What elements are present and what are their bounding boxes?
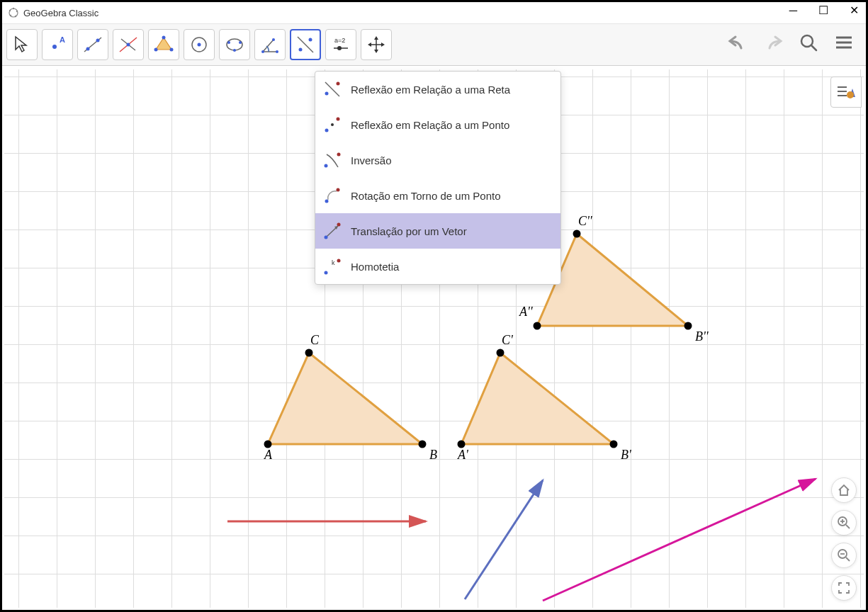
menu-item-label: Reflexão em Relação a um Ponto: [351, 119, 509, 131]
svg-line-45: [543, 479, 816, 601]
svg-point-23: [233, 49, 236, 52]
svg-point-1: [13, 8, 14, 9]
point-label: C: [310, 333, 319, 348]
invert-icon: [322, 150, 342, 170]
svg-point-47: [419, 441, 427, 448]
main-toolbar: A a=2: [2, 23, 866, 66]
transform-dropdown: Reflexão em Relação a uma Reta Reflexão …: [315, 71, 561, 285]
svg-text:a=2: a=2: [334, 37, 345, 44]
svg-point-17: [154, 48, 158, 52]
svg-point-5: [9, 10, 11, 11]
rotate-icon: [322, 186, 342, 205]
redo-button[interactable]: [761, 30, 785, 55]
point-label: B: [429, 448, 437, 463]
svg-point-54: [573, 230, 581, 238]
svg-point-25: [276, 50, 278, 53]
svg-marker-41: [461, 353, 614, 444]
menu-item-label: Translação por um Vetor: [351, 225, 467, 237]
svg-point-66: [325, 236, 328, 239]
menu-item-label: Inversão: [351, 154, 392, 166]
svg-point-48: [305, 349, 313, 357]
svg-point-21: [227, 41, 230, 44]
svg-point-53: [684, 322, 692, 330]
titlebar: GeoGebra Classic ─ ☐ ✕: [2, 2, 866, 23]
minimize-button[interactable]: ─: [789, 4, 797, 17]
menu-item-label: Rotação em Torno de um Ponto: [351, 190, 501, 202]
search-button[interactable]: [796, 30, 821, 55]
svg-line-36: [811, 45, 816, 50]
svg-text:k: k: [332, 259, 335, 266]
svg-point-64: [337, 188, 340, 192]
svg-point-68: [325, 271, 328, 275]
maximize-button[interactable]: ☐: [818, 4, 828, 17]
svg-point-52: [534, 322, 541, 330]
tool-point[interactable]: A: [42, 29, 73, 60]
svg-point-75: [847, 91, 854, 98]
svg-marker-14: [156, 38, 171, 50]
tool-perpendicular[interactable]: [113, 29, 144, 60]
graphics-view[interactable]: ABCA'B'C'A''B''C'' Reflexão em Relação a…: [4, 69, 864, 608]
svg-point-2: [16, 11, 18, 12]
svg-point-63: [325, 200, 329, 203]
svg-point-6: [52, 45, 57, 49]
svg-point-67: [337, 223, 341, 227]
dilate-icon: k: [322, 256, 342, 276]
svg-point-3: [15, 16, 16, 17]
svg-point-4: [10, 15, 11, 16]
svg-point-50: [610, 441, 618, 448]
menu-button[interactable]: [832, 30, 856, 55]
svg-line-77: [846, 525, 850, 528]
svg-point-56: [325, 92, 329, 96]
svg-point-49: [458, 441, 466, 448]
menu-invert[interactable]: Inversão: [315, 142, 560, 178]
menu-reflect-line[interactable]: Reflexão em Relação a uma Reta: [315, 72, 560, 107]
tool-transform[interactable]: [290, 29, 321, 60]
tool-line[interactable]: [77, 29, 108, 60]
zoom-in-button[interactable]: [831, 510, 857, 536]
svg-point-22: [239, 41, 242, 44]
tool-ellipse[interactable]: [219, 29, 250, 60]
close-button[interactable]: ✕: [850, 4, 859, 17]
tool-polygon[interactable]: [148, 29, 179, 60]
menu-rotate[interactable]: Rotação em Torno de um Ponto: [315, 178, 560, 213]
tool-move-view[interactable]: [361, 29, 392, 60]
undo-button[interactable]: [726, 30, 750, 55]
svg-point-13: [127, 43, 130, 47]
menu-item-label: Homotetia: [351, 261, 399, 273]
reflect-line-icon: [322, 79, 342, 99]
svg-point-46: [264, 441, 272, 448]
svg-point-10: [96, 39, 100, 42]
svg-point-28: [299, 48, 303, 52]
tool-move[interactable]: [6, 29, 38, 60]
translate-icon: [322, 221, 342, 241]
tool-slider[interactable]: a=2: [325, 29, 356, 60]
point-label: C': [502, 333, 513, 348]
menu-translate-vector[interactable]: Translação por um Vetor: [315, 213, 560, 249]
point-label: A'': [519, 305, 533, 319]
svg-point-29: [309, 38, 312, 42]
svg-point-24: [261, 50, 264, 53]
svg-line-44: [465, 480, 543, 599]
home-button[interactable]: [831, 477, 857, 503]
svg-point-59: [331, 123, 334, 126]
point-label: A': [458, 448, 468, 463]
menu-reflect-point[interactable]: Reflexão em Relação a um Ponto: [315, 107, 560, 142]
fullscreen-button[interactable]: [831, 575, 857, 601]
svg-point-60: [337, 118, 340, 121]
tool-circle[interactable]: [184, 29, 215, 60]
menu-item-label: Reflexão em Relação a uma Reta: [351, 84, 510, 96]
svg-point-9: [86, 47, 90, 51]
menu-dilate[interactable]: k Homotetia: [315, 249, 560, 284]
point-label: B': [621, 448, 631, 463]
svg-point-57: [337, 82, 340, 86]
svg-point-26: [272, 38, 275, 41]
point-label: C'': [578, 214, 592, 229]
style-panel-toggle[interactable]: [830, 76, 862, 108]
svg-point-20: [227, 39, 242, 50]
point-label: B'': [695, 329, 709, 344]
tool-angle[interactable]: [254, 29, 286, 60]
reflect-point-icon: [322, 115, 342, 135]
svg-point-16: [170, 48, 174, 52]
svg-point-32: [337, 46, 342, 50]
zoom-out-button[interactable]: [831, 543, 857, 568]
